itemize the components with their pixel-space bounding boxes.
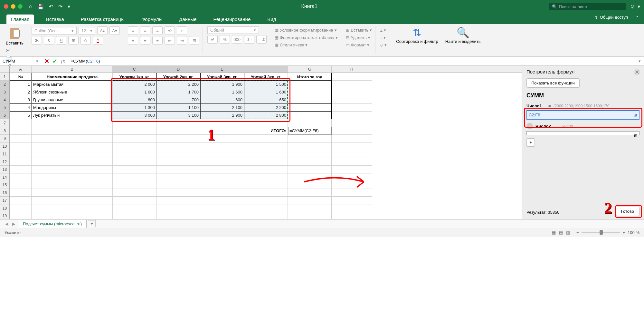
zoom-out-icon[interactable]: − <box>576 230 579 235</box>
col-header[interactable]: B <box>32 66 113 73</box>
arg1-input[interactable]: C2:F6 ⊞ <box>526 110 639 120</box>
align-top-icon[interactable]: ≡ <box>128 26 138 35</box>
italic-button[interactable]: К <box>44 36 54 44</box>
font-size-selector[interactable]: 12▾ <box>79 27 95 34</box>
add-sheet-button[interactable]: + <box>88 220 96 227</box>
autosum-button[interactable]: Σ▾ <box>380 28 387 33</box>
tab-nav-next-icon[interactable]: ▶ <box>11 221 17 226</box>
active-cell[interactable]: =СУММ(C2:F6) <box>288 127 332 135</box>
col-header[interactable]: C <box>113 66 156 73</box>
paste-button[interactable]: Вставить <box>6 26 24 45</box>
tab-layout[interactable]: Разметка страницы <box>76 15 129 24</box>
home-icon[interactable]: ⌂ <box>29 4 32 9</box>
clear-button[interactable]: ◇▾ <box>380 43 387 47</box>
arg2-placeholder: число <box>563 124 573 128</box>
zoom-control[interactable]: − + 100 % <box>576 230 639 235</box>
align-left-icon[interactable]: ≡ <box>128 36 138 44</box>
cut-icon[interactable]: ✂ <box>6 47 24 54</box>
add-arg-button[interactable]: + <box>526 138 535 147</box>
done-button[interactable]: Готово <box>616 207 639 216</box>
range-select-icon[interactable]: ⊞ <box>634 133 637 138</box>
tab-review[interactable]: Рецензирование <box>209 15 255 24</box>
conditional-formatting-button[interactable]: ▦Условное форматирование ▾ <box>275 28 338 33</box>
enter-icon[interactable]: ✓ <box>52 58 57 65</box>
format-as-table-button[interactable]: ▦Форматировать как таблицу ▾ <box>275 35 338 40</box>
show-all-functions-button[interactable]: Показать все функции <box>526 78 580 88</box>
col-header[interactable]: F <box>244 66 288 73</box>
indent-inc-icon[interactable]: ⇥ <box>177 36 187 44</box>
col-header[interactable]: D <box>156 66 200 73</box>
bold-button[interactable]: Ж <box>32 36 42 44</box>
wrap-text-icon[interactable]: ↵ <box>177 26 187 35</box>
fill-button[interactable]: ↓▾ <box>380 35 387 40</box>
range-select-icon[interactable]: ⊞ <box>634 113 637 117</box>
tab-insert[interactable]: Вставка <box>42 15 69 24</box>
share-button[interactable]: ⇪Общий доступ <box>594 15 628 20</box>
increase-decimal-icon[interactable]: .0→ <box>244 35 254 44</box>
close-panel-icon[interactable]: ✕ <box>634 69 640 75</box>
increase-font-icon[interactable]: A▴ <box>97 26 108 35</box>
align-center-icon[interactable]: ≡ <box>140 36 150 44</box>
align-middle-icon[interactable]: ≡ <box>140 26 150 35</box>
comma-icon[interactable]: 000 <box>232 35 242 44</box>
insert-cells-button[interactable]: ⊞Вставить ▾ <box>346 28 372 33</box>
cancel-icon[interactable]: ✕ <box>44 58 49 65</box>
tab-data[interactable]: Данные <box>175 15 201 24</box>
sort-filter-button[interactable]: ⇅ Сортировка и фильтр <box>395 26 439 54</box>
tab-home[interactable]: Главная <box>6 15 34 24</box>
number-format-selector[interactable]: Общий▾ <box>207 26 259 34</box>
col-header[interactable]: H <box>332 66 372 73</box>
close-icon[interactable] <box>4 4 8 9</box>
orientation-icon[interactable]: ⟲ <box>165 26 175 35</box>
tab-formulas[interactable]: Формулы <box>137 15 167 24</box>
merge-button[interactable]: ⊟ <box>189 36 199 44</box>
delete-cells-button[interactable]: ⊟Удалить ▾ <box>346 35 372 40</box>
fx-icon[interactable]: ƒx <box>61 59 65 64</box>
borders-button[interactable]: ⊞ <box>68 36 79 44</box>
remove-arg-button[interactable]: − <box>526 123 533 129</box>
cell-styles-button[interactable]: ▦Стили ячеек ▾ <box>275 43 338 47</box>
spreadsheet-grid[interactable]: A B C D E F G H 123456789101112131415161… <box>0 66 522 219</box>
tab-nav-prev-icon[interactable]: ◀ <box>4 221 10 226</box>
page-break-icon[interactable]: ▥ <box>566 230 570 235</box>
titlebar-chevron-icon[interactable]: ▾ <box>638 4 640 10</box>
maximize-icon[interactable] <box>18 4 23 9</box>
qat-more-icon[interactable]: ▾ <box>68 4 70 10</box>
decrease-font-icon[interactable]: A▾ <box>109 26 120 35</box>
ribbon-collapse-icon[interactable]: ˆ <box>636 15 638 22</box>
page-layout-icon[interactable]: ▤ <box>559 230 563 235</box>
align-bottom-icon[interactable]: ≡ <box>152 26 163 35</box>
find-select-button[interactable]: 🔍 Найти и выделить <box>444 26 482 54</box>
arg2-input[interactable]: ⊞ <box>526 131 639 135</box>
tab-view[interactable]: Вид <box>263 15 280 24</box>
minimize-icon[interactable] <box>11 4 15 9</box>
align-right-icon[interactable]: ≡ <box>152 36 163 44</box>
normal-view-icon[interactable]: ▦ <box>552 230 556 235</box>
indent-dec-icon[interactable]: ⇤ <box>165 36 175 44</box>
col-header[interactable]: G <box>288 66 332 73</box>
col-header[interactable]: E <box>200 66 244 73</box>
undo-icon[interactable]: ↶ <box>49 4 53 10</box>
formula-expand-icon[interactable]: ▾ <box>635 59 644 64</box>
font-color-button[interactable]: A <box>93 36 103 44</box>
format-cells-button[interactable]: ▭Формат ▾ <box>346 43 372 47</box>
zoom-in-icon[interactable]: + <box>623 230 625 235</box>
currency-icon[interactable]: ₽ <box>207 35 218 44</box>
search-input[interactable]: 🔍 Поиск на листе <box>549 3 626 10</box>
fill-color-button[interactable]: ◇ <box>80 36 91 44</box>
clipboard-icon <box>9 26 21 40</box>
name-box[interactable]: СУММ▾ <box>0 57 41 65</box>
save-icon[interactable]: 💾 <box>37 4 44 10</box>
decrease-decimal-icon[interactable]: ←.0 <box>256 35 267 44</box>
sheet-tab[interactable]: Подсчет суммы (microexcel.ru) <box>18 220 87 228</box>
zoom-slider[interactable] <box>582 232 620 233</box>
select-all-corner[interactable] <box>0 66 10 73</box>
col-header[interactable]: A <box>10 66 32 73</box>
formula-input[interactable]: =СУММ(C2:F6) <box>68 59 635 64</box>
feedback-icon[interactable]: ☺ <box>630 3 636 10</box>
underline-button[interactable]: Ч <box>56 36 66 44</box>
redo-icon[interactable]: ↷ <box>58 4 62 10</box>
share-icon: ⇪ <box>594 15 598 20</box>
font-selector[interactable]: Calibri (Осн…▾ <box>32 27 77 34</box>
percent-icon[interactable]: % <box>220 35 230 44</box>
